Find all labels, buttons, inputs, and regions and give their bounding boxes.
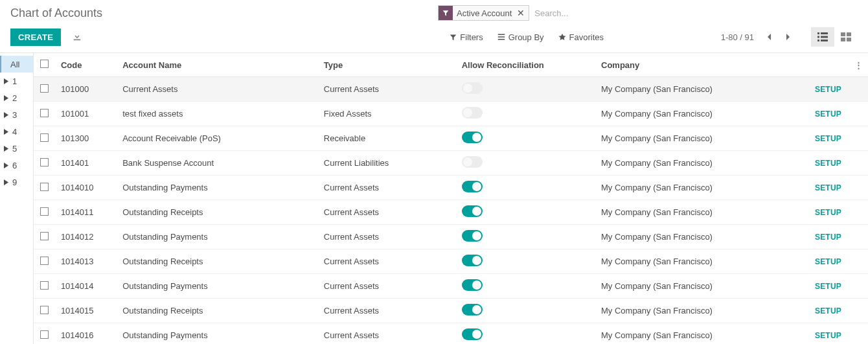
- reconciliation-toggle[interactable]: [462, 82, 483, 94]
- import-icon[interactable]: [73, 32, 82, 43]
- cell-code: 1014013: [56, 249, 117, 274]
- setup-button[interactable]: SETUP: [815, 85, 841, 94]
- setup-button[interactable]: SETUP: [815, 109, 841, 119]
- side-tree: All 1234569: [0, 53, 34, 344]
- favorites-button[interactable]: Favorites: [558, 32, 604, 42]
- setup-button[interactable]: SETUP: [815, 208, 841, 217]
- kanban-view-icon[interactable]: [834, 27, 858, 47]
- setup-button[interactable]: SETUP: [815, 331, 841, 340]
- table-row[interactable]: 101401Bank Suspense AccountCurrent Liabi…: [34, 151, 868, 176]
- cell-name: Outstanding Payments: [117, 323, 319, 345]
- side-item-all[interactable]: All: [0, 56, 33, 73]
- create-button[interactable]: CREATE: [10, 29, 61, 46]
- reconciliation-toggle[interactable]: [462, 328, 483, 340]
- cell-company: My Company (San Francisco): [596, 151, 810, 176]
- caret-right-icon: [4, 163, 8, 168]
- reconciliation-toggle[interactable]: [462, 132, 483, 143]
- reconciliation-toggle[interactable]: [462, 107, 483, 119]
- row-checkbox[interactable]: [40, 281, 49, 290]
- cell-code: 1014014: [56, 274, 117, 299]
- row-checkbox[interactable]: [40, 330, 49, 339]
- side-item[interactable]: 9: [0, 174, 33, 190]
- table-row[interactable]: 101000Current AssetsCurrent AssetsMy Com…: [34, 77, 868, 102]
- row-checkbox[interactable]: [40, 183, 49, 191]
- cell-code: 101001: [56, 102, 117, 126]
- pager-next-icon[interactable]: [781, 29, 795, 45]
- header-company[interactable]: Company: [596, 53, 810, 77]
- side-item[interactable]: 3: [0, 106, 33, 123]
- side-item[interactable]: 4: [0, 123, 33, 140]
- side-item[interactable]: 1: [0, 73, 33, 89]
- search-input[interactable]: [529, 5, 851, 21]
- groupby-button[interactable]: Group By: [497, 32, 544, 42]
- row-checkbox[interactable]: [40, 257, 49, 265]
- select-all-checkbox[interactable]: [40, 60, 49, 68]
- row-checkbox[interactable]: [40, 158, 49, 166]
- cell-company: My Company (San Francisco): [596, 274, 810, 299]
- reconciliation-toggle[interactable]: [462, 181, 483, 192]
- table-row[interactable]: 1014015Outstanding ReceiptsCurrent Asset…: [34, 299, 868, 323]
- table-row[interactable]: 1014016Outstanding PaymentsCurrent Asset…: [34, 323, 868, 345]
- cell-company: My Company (San Francisco): [596, 102, 810, 126]
- table-row[interactable]: 1014014Outstanding PaymentsCurrent Asset…: [34, 274, 868, 299]
- cell-code: 1014011: [56, 200, 117, 225]
- list-view-icon[interactable]: [811, 27, 834, 47]
- caret-right-icon: [4, 129, 8, 135]
- header-name[interactable]: Account Name: [117, 53, 319, 77]
- cell-name: Account Receivable (PoS): [117, 126, 319, 151]
- table-row[interactable]: 1014013Outstanding ReceiptsCurrent Asset…: [34, 249, 868, 274]
- cell-company: My Company (San Francisco): [596, 200, 810, 225]
- cell-code: 1014012: [56, 225, 117, 249]
- pager-prev-icon[interactable]: [762, 29, 776, 45]
- row-checkbox[interactable]: [40, 207, 49, 216]
- cell-type: Current Assets: [319, 200, 457, 225]
- side-item[interactable]: 6: [0, 157, 33, 174]
- setup-button[interactable]: SETUP: [815, 282, 841, 291]
- table-row[interactable]: 101001test fixed assetsFixed AssetsMy Co…: [34, 102, 868, 126]
- column-menu-icon[interactable]: ⋮: [854, 60, 863, 70]
- cell-type: Current Assets: [319, 176, 457, 200]
- cell-code: 1014010: [56, 176, 117, 200]
- table-row[interactable]: 1014011Outstanding ReceiptsCurrent Asset…: [34, 200, 868, 225]
- cell-type: Current Assets: [319, 299, 457, 323]
- setup-button[interactable]: SETUP: [815, 134, 841, 143]
- cell-name: Bank Suspense Account: [117, 151, 319, 176]
- table-row[interactable]: 1014012Outstanding PaymentsCurrent Asset…: [34, 225, 868, 249]
- header-type[interactable]: Type: [319, 53, 457, 77]
- header-recon[interactable]: Allow Reconciliation: [457, 53, 596, 77]
- setup-button[interactable]: SETUP: [815, 159, 841, 168]
- reconciliation-toggle[interactable]: [462, 255, 483, 266]
- reconciliation-toggle[interactable]: [462, 230, 483, 242]
- setup-button[interactable]: SETUP: [815, 233, 841, 242]
- setup-button[interactable]: SETUP: [815, 257, 841, 266]
- side-item[interactable]: 5: [0, 140, 33, 157]
- cell-name: Current Assets: [117, 77, 319, 102]
- row-checkbox[interactable]: [40, 306, 49, 314]
- cell-company: My Company (San Francisco): [596, 225, 810, 249]
- reconciliation-toggle[interactable]: [462, 279, 483, 291]
- table-row[interactable]: 1014010Outstanding PaymentsCurrent Asset…: [34, 176, 868, 200]
- favorites-label: Favorites: [569, 32, 604, 42]
- setup-button[interactable]: SETUP: [815, 306, 841, 315]
- reconciliation-toggle[interactable]: [462, 304, 483, 315]
- cell-name: Outstanding Receipts: [117, 299, 319, 323]
- cell-name: Outstanding Receipts: [117, 249, 319, 274]
- row-checkbox[interactable]: [40, 232, 49, 240]
- caret-right-icon: [4, 179, 8, 185]
- cell-type: Current Assets: [319, 77, 457, 102]
- row-checkbox[interactable]: [40, 109, 49, 117]
- reconciliation-toggle[interactable]: [462, 205, 483, 217]
- header-code[interactable]: Code: [56, 53, 117, 77]
- side-item[interactable]: 2: [0, 89, 33, 106]
- table-row[interactable]: 101300Account Receivable (PoS)Receivable…: [34, 126, 868, 151]
- cell-company: My Company (San Francisco): [596, 249, 810, 274]
- facet-remove-icon[interactable]: ✕: [516, 8, 529, 17]
- search-bar[interactable]: Active Account ✕: [438, 5, 851, 21]
- row-checkbox[interactable]: [40, 84, 49, 93]
- pager-text: 1-80 / 91: [721, 32, 754, 42]
- filters-button[interactable]: Filters: [450, 32, 483, 42]
- row-checkbox[interactable]: [40, 133, 49, 142]
- cell-name: Outstanding Payments: [117, 225, 319, 249]
- setup-button[interactable]: SETUP: [815, 183, 841, 192]
- reconciliation-toggle[interactable]: [462, 156, 483, 168]
